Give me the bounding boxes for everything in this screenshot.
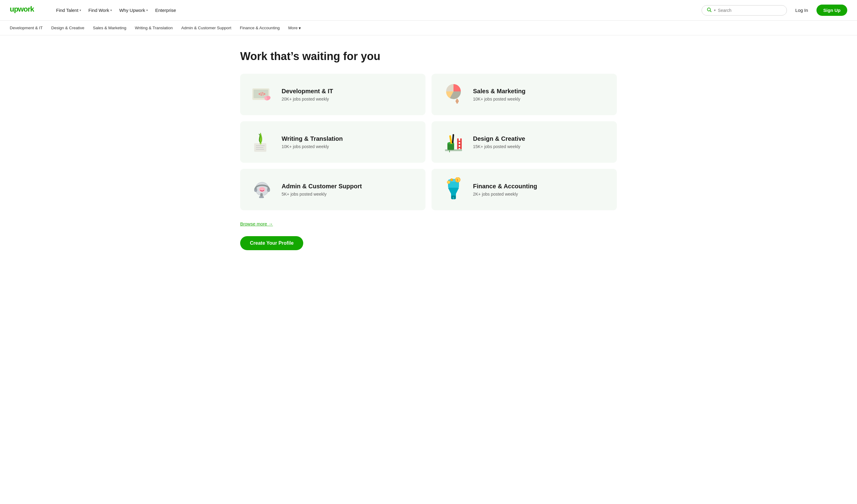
dev-it-icon: </>	[250, 82, 274, 107]
svg-point-38	[447, 181, 450, 184]
design-icon	[441, 130, 466, 154]
browse-more-link[interactable]: Browse more →	[240, 221, 273, 226]
sales-title: Sales & Marketing	[473, 88, 607, 95]
find-work-label: Find Work	[88, 7, 109, 13]
upwork-logo[interactable]: upwork	[10, 5, 41, 16]
search-input[interactable]	[718, 8, 782, 13]
nav-links: Find Talent ▾ Find Work ▾ Why Upwork ▾ E…	[53, 5, 179, 15]
finance-icon-area: $ $	[441, 177, 466, 202]
svg-line-2	[710, 11, 711, 12]
design-subtitle: 15K+ jobs posted weekly	[473, 144, 607, 149]
why-upwork-label: Why Upwork	[119, 7, 145, 13]
sales-icon	[441, 82, 466, 107]
cat-sales-marketing[interactable]: Sales & Marketing	[93, 24, 127, 31]
design-icon-area	[441, 130, 466, 154]
writing-icon	[250, 130, 274, 154]
enterprise-label: Enterprise	[155, 7, 176, 13]
svg-text:</>: </>	[258, 91, 266, 97]
card-writing[interactable]: Writing & Translation 10K+ jobs posted w…	[240, 121, 425, 163]
section-title: Work that’s waiting for you	[240, 50, 617, 63]
writing-text: Writing & Translation 10K+ jobs posted w…	[282, 135, 416, 149]
main-content: Work that’s waiting for you </> Developm…	[230, 35, 627, 268]
dev-it-title: Development & IT	[282, 88, 416, 95]
card-dev-it[interactable]: </> Development & IT 20K+ jobs posted we…	[240, 74, 425, 115]
card-admin[interactable]: Admin & Customer Support 5K+ jobs posted…	[240, 169, 425, 210]
nav-enterprise[interactable]: Enterprise	[152, 5, 179, 15]
writing-icon-area	[250, 130, 274, 154]
signup-button[interactable]: Sign Up	[817, 4, 847, 16]
find-work-chevron-icon: ▾	[110, 9, 112, 12]
find-talent-label: Find Talent	[56, 7, 78, 13]
login-button[interactable]: Log In	[792, 5, 812, 15]
cat-more[interactable]: More ▾	[288, 26, 301, 31]
cat-writing-translation[interactable]: Writing & Translation	[135, 24, 172, 31]
writing-subtitle: 10K+ jobs posted weekly	[282, 144, 416, 149]
svg-rect-10	[456, 99, 458, 104]
dev-it-text: Development & IT 20K+ jobs posted weekly	[282, 88, 416, 101]
svg-rect-21	[457, 147, 462, 148]
finance-text: Finance & Accounting 2K+ jobs posted wee…	[473, 183, 607, 197]
cat-dev-it[interactable]: Development & IT	[10, 24, 43, 31]
writing-title: Writing & Translation	[282, 135, 416, 142]
card-design[interactable]: Design & Creative 15K+ jobs posted weekl…	[432, 121, 617, 163]
admin-icon	[250, 177, 274, 202]
cat-admin-support[interactable]: Admin & Customer Support	[181, 24, 231, 31]
admin-title: Admin & Customer Support	[282, 183, 416, 190]
search-dropdown-arrow-icon: ▾	[714, 9, 716, 12]
svg-text:$: $	[456, 179, 458, 182]
browse-more-label: Browse more →	[240, 221, 273, 226]
nav-find-work[interactable]: Find Work ▾	[85, 5, 115, 15]
admin-icon-area	[250, 177, 274, 202]
more-chevron-icon: ▾	[299, 26, 301, 31]
finance-subtitle: 2K+ jobs posted weekly	[473, 192, 607, 197]
svg-text:upwork: upwork	[10, 5, 34, 13]
nav-find-talent[interactable]: Find Talent ▾	[53, 5, 84, 15]
cat-design-creative[interactable]: Design & Creative	[51, 24, 84, 31]
navbar: upwork Find Talent ▾ Find Work ▾ Why Upw…	[0, 0, 857, 21]
design-text: Design & Creative 15K+ jobs posted weekl…	[473, 135, 607, 149]
finance-icon: $ $	[441, 177, 466, 202]
admin-text: Admin & Customer Support 5K+ jobs posted…	[282, 183, 416, 197]
svg-rect-19	[457, 141, 462, 142]
create-profile-button[interactable]: Create Your Profile	[240, 236, 303, 250]
sales-icon-area	[441, 82, 466, 107]
svg-point-39	[451, 179, 453, 181]
design-title: Design & Creative	[473, 135, 607, 142]
svg-text:$: $	[453, 197, 454, 200]
search-icon	[707, 7, 712, 13]
admin-subtitle: 5K+ jobs posted weekly	[282, 192, 416, 197]
finance-title: Finance & Accounting	[473, 183, 607, 190]
svg-rect-20	[457, 144, 462, 145]
cat-finance-accounting[interactable]: Finance & Accounting	[240, 24, 280, 31]
svg-rect-25	[452, 134, 454, 143]
why-upwork-chevron-icon: ▾	[146, 9, 148, 12]
dev-it-subtitle: 20K+ jobs posted weekly	[282, 97, 416, 101]
dev-it-icon-area: </>	[250, 82, 274, 107]
svg-rect-30	[259, 196, 264, 198]
category-nav: Development & IT Design & Creative Sales…	[0, 21, 857, 35]
card-sales-marketing[interactable]: Sales & Marketing 10K+ jobs posted weekl…	[432, 74, 617, 115]
sales-text: Sales & Marketing 10K+ jobs posted weekl…	[473, 88, 607, 101]
cards-grid: </> Development & IT 20K+ jobs posted we…	[240, 74, 617, 210]
sales-subtitle: 10K+ jobs posted weekly	[473, 97, 607, 101]
find-talent-chevron-icon: ▾	[80, 9, 81, 12]
cat-more-label: More	[288, 26, 298, 30]
navbar-right: ▾ Log In Sign Up	[702, 4, 847, 16]
search-box[interactable]: ▾	[702, 5, 787, 16]
nav-why-upwork[interactable]: Why Upwork ▾	[116, 5, 151, 15]
card-finance[interactable]: $ $ Finance & Accounting 2K+ jobs posted…	[432, 169, 617, 210]
